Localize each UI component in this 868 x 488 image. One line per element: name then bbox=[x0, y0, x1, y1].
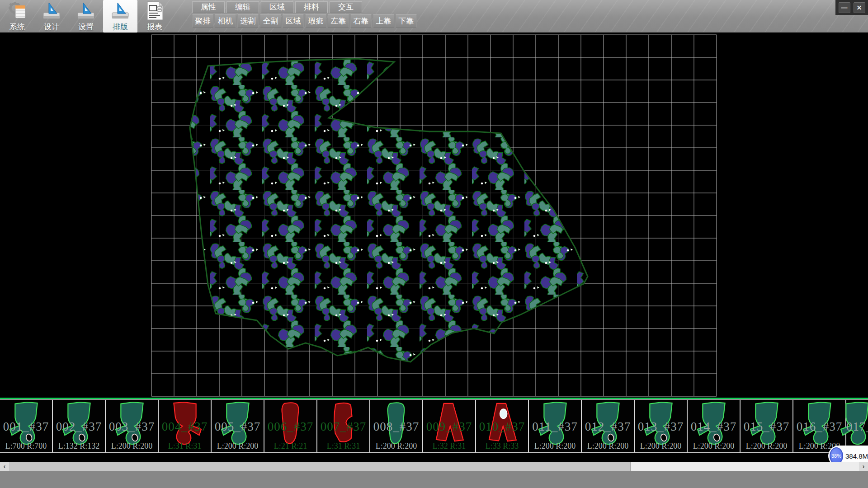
piece-lr-count: L:200 R:200 bbox=[212, 441, 264, 451]
piece-name: 017_#37 bbox=[846, 420, 868, 434]
piece-thumbnail[interactable]: 012_#37 L:200 R:200 bbox=[582, 400, 635, 452]
nesting-canvas[interactable] bbox=[0, 33, 868, 398]
piece-name: 002_#37 bbox=[53, 420, 105, 434]
piece-lr-count: L:700 R:700 bbox=[0, 441, 52, 451]
piece-lr-count: L:200 R:200 bbox=[688, 441, 740, 451]
app-tab-system[interactable]: 系统 bbox=[0, 0, 34, 33]
piece-name: 005_#37 bbox=[212, 420, 264, 434]
tool-button-snap-top[interactable]: 上靠 bbox=[373, 14, 394, 28]
close-button[interactable]: ✕ bbox=[854, 2, 865, 13]
title-bar: 系统 设计 设置 排版 报表 属性编辑区域排料交互 聚排相机选割全割区域瑕疵左靠… bbox=[0, 0, 868, 33]
piece-lr-count: L:200 R:200 bbox=[370, 441, 422, 451]
tool-button-snap-left[interactable]: 左靠 bbox=[328, 14, 349, 28]
app-tab-report[interactable]: 报表 bbox=[137, 0, 172, 33]
app-tab-label: 系统 bbox=[9, 22, 25, 32]
piece-lr-count: L:31 R:31 bbox=[159, 441, 211, 451]
tool-button-snap-bottom[interactable]: 下靠 bbox=[396, 14, 417, 28]
piece-lr-count: L:200 R:200 bbox=[741, 441, 793, 451]
tool-button-flaw[interactable]: 瑕疵 bbox=[305, 14, 326, 28]
scrollbar-thumb[interactable] bbox=[9, 462, 631, 471]
piece-thumbnail[interactable]: 009_#37 L:32 R:31 bbox=[423, 400, 476, 452]
set-square-icon bbox=[110, 1, 130, 21]
piece-thumbnail[interactable]: 015_#37 L:200 R:200 bbox=[741, 400, 793, 452]
piece-lr-count: L:200 R:200 bbox=[635, 441, 687, 451]
piece-thumbnail[interactable]: 017_#37 bbox=[846, 400, 868, 452]
piece-thumbnail[interactable]: 002_#37 L:132 R:132 bbox=[53, 400, 106, 452]
app-tab-design[interactable]: 设计 bbox=[34, 0, 69, 33]
hide-drawing bbox=[0, 33, 868, 398]
piece-name: 003_#37 bbox=[106, 420, 158, 434]
piece-thumbnail[interactable]: 006_#37 L:21 R:21 bbox=[264, 400, 317, 452]
menu-tab-region[interactable]: 区域 bbox=[261, 1, 293, 13]
piece-lr-count: L:21 R:21 bbox=[264, 441, 316, 451]
horizontal-scrollbar: ‹ › bbox=[0, 462, 868, 471]
piece-thumbnail[interactable]: 013_#37 L:200 R:200 bbox=[635, 400, 688, 452]
toolbar-row: 聚排相机选割全割区域瑕疵左靠右靠上靠下靠 bbox=[192, 14, 417, 28]
menu-tab-interact[interactable]: 交互 bbox=[330, 1, 362, 13]
piece-thumbnail[interactable]: 007_#37 L:31 R:31 bbox=[317, 400, 370, 452]
filmstrip-separator bbox=[0, 398, 868, 399]
gear-table-icon bbox=[7, 1, 27, 21]
piece-lr-count: L:33 R:33 bbox=[476, 441, 528, 451]
menu-tab-edit[interactable]: 编辑 bbox=[226, 1, 259, 13]
piece-name: 011_#37 bbox=[529, 420, 581, 434]
piece-name: 001_#37 bbox=[0, 420, 52, 434]
app-tab-strip: 系统 设计 设置 排版 报表 bbox=[0, 0, 172, 33]
app-tab-label: 排版 bbox=[113, 22, 128, 32]
tool-button-snap-right[interactable]: 右靠 bbox=[350, 14, 372, 28]
piece-thumbnail[interactable]: 005_#37 L:200 R:200 bbox=[212, 400, 264, 452]
tool-button-cut-all[interactable]: 全割 bbox=[260, 14, 281, 28]
piece-thumbnail[interactable]: 003_#37 L:200 R:200 bbox=[106, 400, 159, 452]
scroll-right-icon[interactable]: › bbox=[859, 462, 868, 471]
minimize-button[interactable]: — bbox=[839, 2, 850, 13]
piece-lr-count: L:200 R:200 bbox=[529, 441, 581, 451]
app-tab-settings[interactable]: 设置 bbox=[69, 0, 103, 33]
piece-lr-count: L:32 R:31 bbox=[423, 441, 475, 451]
scrollbar-track[interactable] bbox=[631, 462, 859, 471]
piece-name: 013_#37 bbox=[635, 420, 687, 434]
app-tab-label: 设计 bbox=[44, 22, 59, 32]
leather-hide bbox=[190, 59, 588, 362]
set-square-icon bbox=[76, 1, 96, 21]
piece-name: 009_#37 bbox=[423, 420, 475, 434]
piece-thumbnail[interactable]: 011_#37 L:200 R:200 bbox=[529, 400, 582, 452]
tool-button-zone[interactable]: 区域 bbox=[283, 14, 304, 28]
piece-thumbnail[interactable]: 014_#37 L:200 R:200 bbox=[688, 400, 741, 452]
piece-lr-count: L:200 R:200 bbox=[582, 441, 634, 451]
piece-name: 014_#37 bbox=[688, 420, 740, 434]
piece-name: 008_#37 bbox=[370, 420, 422, 434]
piece-thumbnail[interactable]: 004_#37 L:31 R:31 bbox=[159, 400, 212, 452]
tool-button-camera[interactable]: 相机 bbox=[215, 14, 236, 28]
piece-thumbnail[interactable]: 010_#37 L:33 R:33 bbox=[476, 400, 529, 452]
piece-filmstrip: 001_#37 L:700 R:700 002_#37 L:132 R:132 … bbox=[0, 399, 868, 453]
piece-lr-count: L:31 R:31 bbox=[317, 441, 369, 451]
menu-tab-nesting[interactable]: 排料 bbox=[295, 1, 328, 13]
report-icon bbox=[145, 1, 165, 21]
piece-name: 010_#37 bbox=[476, 420, 528, 434]
set-square-icon bbox=[42, 1, 61, 21]
memory-value: 384.8M bbox=[845, 452, 868, 460]
app-tab-layout[interactable]: 排版 bbox=[103, 0, 137, 33]
tool-button-select-cut[interactable]: 选割 bbox=[237, 14, 259, 28]
piece-name: 006_#37 bbox=[264, 420, 316, 434]
app-tab-label: 设置 bbox=[78, 22, 94, 32]
window-controls: — ✕ bbox=[835, 0, 868, 15]
piece-name: 007_#37 bbox=[317, 420, 369, 434]
piece-lr-count: L:200 R:200 bbox=[106, 441, 158, 451]
piece-name: 015_#37 bbox=[741, 420, 793, 434]
piece-thumbnail[interactable]: 008_#37 L:200 R:200 bbox=[370, 400, 423, 452]
menu-tab-properties[interactable]: 属性 bbox=[192, 1, 225, 13]
piece-lr-count: L:132 R:132 bbox=[53, 441, 105, 451]
scroll-left-icon[interactable]: ‹ bbox=[0, 462, 9, 471]
piece-name: 004_#37 bbox=[159, 420, 211, 434]
menu-tab-row: 属性编辑区域排料交互 bbox=[192, 1, 362, 13]
status-bar bbox=[0, 471, 868, 488]
piece-name: 012_#37 bbox=[582, 420, 634, 434]
tool-button-cluster-nest[interactable]: 聚排 bbox=[192, 14, 213, 28]
piece-thumbnail[interactable]: 001_#37 L:700 R:700 bbox=[0, 400, 53, 452]
app-tab-label: 报表 bbox=[147, 22, 162, 32]
